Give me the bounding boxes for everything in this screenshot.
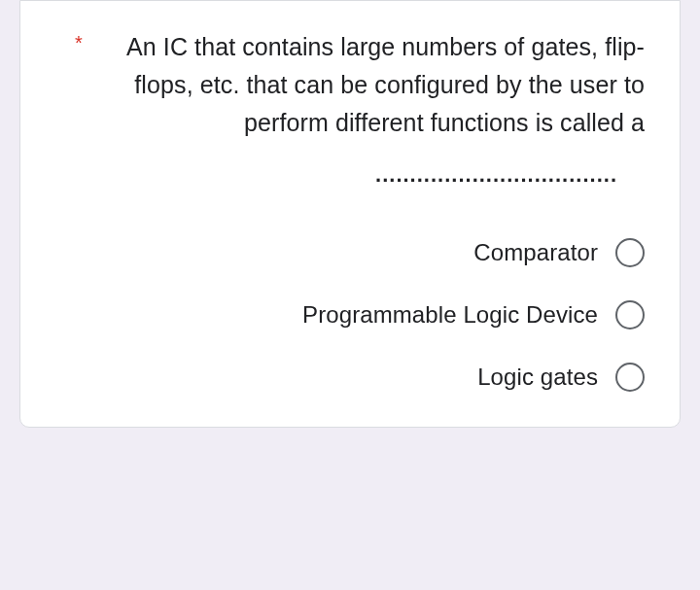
radio-icon[interactable] bbox=[615, 363, 645, 392]
option-comparator[interactable]: Comparator bbox=[55, 238, 645, 267]
question-text: An IC that contains large numbers of gat… bbox=[126, 33, 645, 136]
options-group: Comparator Programmable Logic Device Log… bbox=[55, 238, 645, 392]
fill-blank: ................................... bbox=[75, 158, 645, 191]
option-label: Comparator bbox=[473, 239, 598, 266]
option-logic-gates[interactable]: Logic gates bbox=[55, 363, 645, 392]
required-asterisk: * bbox=[75, 32, 83, 54]
question-card: * An IC that contains large numbers of g… bbox=[19, 0, 681, 428]
question-block: An IC that contains large numbers of gat… bbox=[55, 28, 645, 191]
option-label: Programmable Logic Device bbox=[302, 301, 598, 329]
option-label: Logic gates bbox=[477, 364, 598, 391]
radio-icon[interactable] bbox=[615, 300, 645, 330]
radio-icon[interactable] bbox=[615, 238, 645, 267]
option-programmable-logic-device[interactable]: Programmable Logic Device bbox=[55, 300, 645, 330]
